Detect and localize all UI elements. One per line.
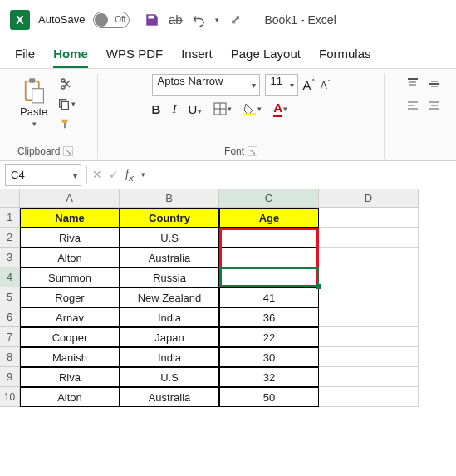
cell[interactable] — [219, 248, 319, 267]
fill-color-icon[interactable]: ▾ — [243, 102, 262, 115]
svg-rect-2 — [32, 89, 43, 103]
cell[interactable]: Cooper — [20, 327, 120, 347]
grid-body[interactable]: Name Country Age RivaU.S AltonAustralia … — [20, 208, 456, 407]
row-header[interactable]: 4 — [0, 267, 20, 287]
cell[interactable] — [319, 347, 419, 367]
cell[interactable]: Arnav — [20, 307, 120, 327]
clipboard-group-label: Clipboard — [17, 145, 60, 157]
cell[interactable]: Japan — [120, 327, 219, 347]
cell[interactable]: Riva — [20, 228, 120, 248]
tab-wps-pdf[interactable]: WPS PDF — [106, 47, 163, 68]
row-header[interactable]: 9 — [0, 367, 20, 387]
cell[interactable]: U.S — [120, 228, 219, 248]
col-header[interactable]: A — [20, 189, 120, 208]
undo-icon[interactable] — [191, 12, 206, 27]
row-header[interactable]: 2 — [0, 228, 20, 248]
paste-dropdown-icon[interactable]: ▾ — [32, 120, 37, 128]
cell[interactable]: Riva — [20, 367, 120, 387]
borders-icon[interactable]: ▾ — [213, 102, 232, 115]
row-header[interactable]: 7 — [0, 327, 20, 347]
strikethrough-icon[interactable]: ab — [168, 12, 183, 27]
font-color-icon[interactable]: A▾ — [273, 101, 287, 117]
row-header[interactable]: 5 — [0, 287, 20, 307]
formula-bar[interactable] — [145, 164, 456, 186]
autosave-toggle[interactable]: Off — [93, 12, 130, 28]
cell[interactable]: 36 — [219, 307, 319, 327]
ribbon: Paste ▾ ▾ Clipboard ⤡ Aptos Narrow▾ 11▾ … — [0, 68, 456, 161]
cancel-formula-icon[interactable]: ✕ — [92, 168, 102, 181]
cell[interactable] — [319, 367, 419, 387]
enter-formula-icon[interactable]: ✓ — [109, 168, 119, 181]
underline-button[interactable]: U▾ — [188, 102, 202, 116]
cell[interactable] — [319, 228, 419, 248]
col-header[interactable]: B — [120, 189, 219, 208]
row-header[interactable]: 6 — [0, 307, 20, 327]
align-top-icon[interactable] — [406, 77, 419, 91]
row-header[interactable]: 3 — [0, 248, 20, 267]
cell[interactable] — [319, 208, 419, 228]
cell[interactable]: Alton — [20, 387, 120, 407]
cell[interactable] — [319, 387, 419, 407]
tab-file[interactable]: File — [15, 47, 35, 68]
italic-button[interactable]: I — [172, 102, 176, 116]
align-left-icon[interactable] — [406, 99, 419, 112]
fx-icon[interactable]: fx — [125, 168, 134, 183]
undo-dropdown-icon[interactable]: ▾ — [215, 16, 219, 24]
tab-insert[interactable]: Insert — [181, 47, 213, 68]
cell[interactable] — [319, 267, 419, 287]
table-header-cell[interactable]: Age — [219, 208, 319, 228]
cell[interactable]: Australia — [120, 248, 219, 267]
row-header[interactable]: 8 — [0, 347, 20, 367]
tab-home[interactable]: Home — [53, 47, 88, 68]
name-box-value: C4 — [11, 169, 25, 181]
cut-icon[interactable] — [57, 77, 76, 91]
cell[interactable]: Roger — [20, 287, 120, 307]
format-painter-icon[interactable] — [57, 117, 76, 130]
cell[interactable] — [319, 287, 419, 307]
cell[interactable] — [219, 228, 319, 248]
cell[interactable]: Manish — [20, 347, 120, 367]
cell[interactable]: 30 — [219, 347, 319, 367]
cell[interactable] — [319, 327, 419, 347]
align-center-icon[interactable] — [428, 99, 441, 112]
fill-handle[interactable] — [316, 284, 321, 289]
bold-button[interactable]: B — [152, 102, 161, 116]
row-header[interactable]: 10 — [0, 387, 20, 407]
clipboard-launcher-icon[interactable]: ⤡ — [63, 146, 73, 156]
cell[interactable] — [319, 307, 419, 327]
cell[interactable]: 50 — [219, 387, 319, 407]
table-header-cell[interactable]: Name — [20, 208, 120, 228]
font-launcher-icon[interactable]: ⤡ — [248, 146, 257, 156]
cell[interactable]: New Zealand — [120, 287, 219, 307]
font-family-select[interactable]: Aptos Narrow▾ — [152, 74, 260, 96]
cell[interactable]: India — [120, 307, 219, 327]
save-icon[interactable] — [145, 12, 159, 27]
align-middle-icon[interactable] — [428, 77, 441, 91]
cell[interactable]: Australia — [120, 387, 219, 407]
tab-page-layout[interactable]: Page Layout — [231, 47, 301, 68]
cell[interactable]: Alton — [20, 248, 120, 267]
cell[interactable]: 22 — [219, 327, 319, 347]
paste-button[interactable]: Paste ▾ — [15, 74, 52, 131]
row-header[interactable]: 1 — [0, 208, 20, 228]
copy-icon[interactable]: ▾ — [57, 97, 76, 110]
select-all-corner[interactable] — [0, 189, 20, 208]
table-header-cell[interactable]: Country — [120, 208, 219, 228]
col-header[interactable]: D — [319, 189, 419, 208]
formula-bar-row: C4 ▾ ✕ ✓ fx ▾ — [0, 161, 456, 189]
col-header[interactable]: C — [219, 189, 319, 208]
name-box[interactable]: C4 ▾ — [5, 164, 81, 186]
qat-customize-icon[interactable]: ⤢ — [228, 12, 243, 27]
cell[interactable]: 32 — [219, 367, 319, 387]
cell[interactable] — [219, 267, 319, 287]
cell[interactable]: Summon — [20, 267, 120, 287]
cell[interactable]: India — [120, 347, 219, 367]
cell[interactable]: U.S — [120, 367, 219, 387]
font-size-select[interactable]: 11▾ — [265, 74, 298, 96]
decrease-font-icon[interactable]: A˅ — [321, 79, 331, 91]
cell[interactable] — [319, 248, 419, 267]
increase-font-icon[interactable]: A˄ — [303, 78, 316, 92]
cell[interactable]: 41 — [219, 287, 319, 307]
cell[interactable]: Russia — [120, 267, 219, 287]
tab-formulas[interactable]: Formulas — [319, 47, 371, 68]
